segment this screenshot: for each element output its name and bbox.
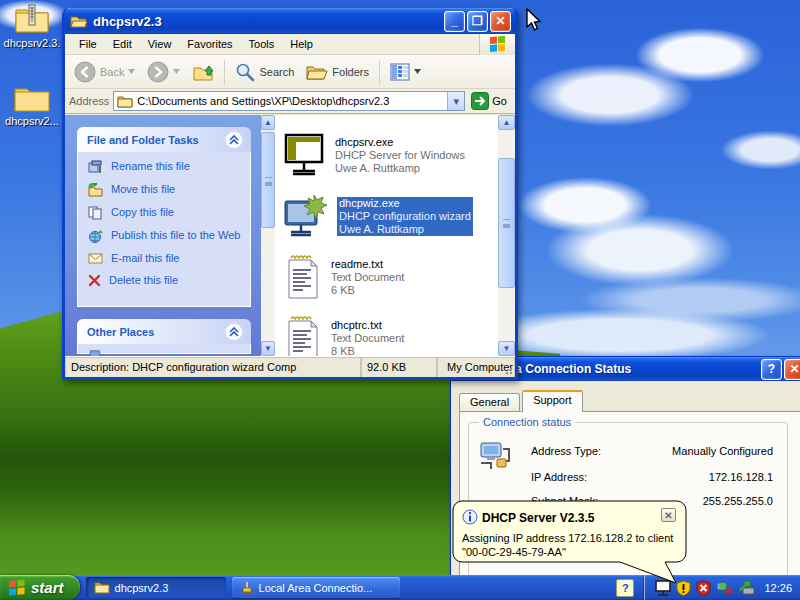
task-label: E-mail this file <box>111 252 179 265</box>
explorer-titlebar[interactable]: dhcpsrv2.3 _ ❐ ✕ <box>65 8 515 34</box>
scrollbar-thumb[interactable] <box>261 132 275 228</box>
views-button[interactable] <box>385 60 426 84</box>
folder-icon <box>94 581 110 594</box>
desktop-icon-zip[interactable]: dhcpsrv2.3. <box>1 3 63 49</box>
task-label: Move this file <box>111 183 175 196</box>
address-bar: Address C:\Documents and Settings\XP\Des… <box>65 89 515 114</box>
chevron-down-icon <box>414 69 421 74</box>
windows-logo-icon <box>479 34 515 55</box>
section-title: Other Places <box>87 326 154 338</box>
search-icon <box>235 62 255 82</box>
back-button[interactable]: Back <box>69 58 140 86</box>
scrollbar-thumb[interactable] <box>498 158 515 288</box>
search-button[interactable]: Search <box>230 59 299 85</box>
open-folder-icon <box>70 14 88 29</box>
menu-file[interactable]: File <box>71 36 105 52</box>
taskbar-button-lan-status[interactable]: Local Area Connectio... <box>232 577 400 598</box>
email-icon <box>88 252 103 264</box>
file-desc: DHCP Server for Windows <box>335 149 465 162</box>
resize-grip[interactable] <box>502 364 514 376</box>
address-combo[interactable]: C:\Documents and Settings\XP\Desktop\dhc… <box>113 91 465 111</box>
task-label: Copy this file <box>111 206 174 219</box>
taskpane-scrollbar[interactable]: ▲ ▼ <box>261 115 275 356</box>
close-button[interactable]: ✕ <box>784 359 800 380</box>
go-button[interactable]: Go <box>469 91 511 111</box>
file-readme-txt[interactable]: readme.txt Text Document 6 KB <box>283 251 498 303</box>
tab-support[interactable]: Support <box>522 390 583 412</box>
section-header[interactable]: Other Places <box>77 319 251 344</box>
up-folder-icon <box>192 62 214 82</box>
filelist-scrollbar[interactable]: ▲ ▼ <box>498 115 515 356</box>
tab-general[interactable]: General <box>459 393 520 412</box>
menu-edit[interactable]: Edit <box>105 36 140 52</box>
window-title: dhcpsrv2.3 <box>93 14 442 29</box>
up-button[interactable] <box>187 59 219 85</box>
search-label: Search <box>259 66 294 78</box>
network-disconnected-icon[interactable] <box>716 580 733 596</box>
task-delete[interactable]: Delete this file <box>88 274 246 287</box>
file-dhcpsrv-exe[interactable]: dhcpsrv.exe DHCP Server for Windows Uwe … <box>283 129 498 181</box>
folders-icon <box>306 63 328 81</box>
scroll-up-icon[interactable]: ▲ <box>498 115 515 130</box>
section-body <box>77 344 251 354</box>
scroll-up-icon[interactable]: ▲ <box>261 115 275 130</box>
balloon-close-icon[interactable]: ✕ <box>661 508 676 522</box>
menu-help[interactable]: Help <box>282 36 321 52</box>
text-document-icon <box>283 254 321 300</box>
collapse-chevron-icon[interactable] <box>225 323 243 341</box>
status-size: 92.0 KB <box>361 357 437 377</box>
toolbar-separator <box>379 60 380 84</box>
menu-favorites[interactable]: Favorites <box>179 36 240 52</box>
windows-flag-icon <box>8 579 26 597</box>
start-button[interactable]: start <box>0 575 80 600</box>
go-icon <box>471 92 489 110</box>
network-connection-icon <box>240 581 254 594</box>
text-document-icon <box>283 315 321 356</box>
forward-button[interactable] <box>142 58 185 86</box>
task-publish[interactable]: Publish this file to the Web <box>88 229 246 243</box>
file-name: dhcpwiz.exe <box>337 197 473 210</box>
file-name: dhcpsrv.exe <box>335 136 465 149</box>
maximize-button[interactable]: ❐ <box>467 11 488 32</box>
task-email[interactable]: E-mail this file <box>88 252 246 265</box>
file-name: readme.txt <box>331 258 404 271</box>
taskbar-button-label: Local Area Connectio... <box>259 582 373 594</box>
safely-remove-hardware-icon[interactable] <box>738 580 755 595</box>
section-header[interactable]: File and Folder Tasks <box>77 127 251 152</box>
file-dhcptrc-txt[interactable]: dhcptrc.txt Text Document 8 KB <box>283 312 498 356</box>
balloon-text-line1: Assigning IP address 172.16.128.2 to cli… <box>462 532 673 544</box>
file-dhcpwiz-exe-selected[interactable]: dhcpwiz.exe DHCP configuration wizard Uw… <box>283 190 498 242</box>
toolbar: Back <box>65 55 515 89</box>
desktop-icon-folder[interactable]: dhcpsrv2... <box>1 83 63 127</box>
dialog-tabs: General Support <box>459 390 585 412</box>
tray-clock: 12:26 <box>764 582 792 594</box>
folders-label: Folders <box>332 66 369 78</box>
scroll-down-icon[interactable]: ▼ <box>261 341 275 356</box>
row-label: Address Type: <box>531 445 601 457</box>
security-error-shield-icon[interactable] <box>696 580 711 596</box>
help-button[interactable]: ? <box>761 359 782 380</box>
minimize-button[interactable]: _ <box>444 11 465 32</box>
scroll-down-icon[interactable]: ▼ <box>498 341 515 356</box>
menu-tools[interactable]: Tools <box>241 36 283 52</box>
taskbar-button-dhcpsrv[interactable]: dhcpsrv2.3 <box>86 577 226 598</box>
dhcp-wizard-app-icon <box>283 193 327 239</box>
explorer-window: dhcpsrv2.3 _ ❐ ✕ File Edit View Favorite… <box>62 8 518 380</box>
zipped-folder-icon <box>14 3 50 35</box>
collapse-chevron-icon[interactable] <box>225 131 243 149</box>
explorer-content: File and Folder Tasks Rename <box>65 115 515 356</box>
address-dropdown-button[interactable]: ▾ <box>447 92 464 110</box>
address-value: C:\Documents and Settings\XP\Desktop\dhc… <box>137 95 443 107</box>
folders-button[interactable]: Folders <box>301 60 374 84</box>
chevron-down-icon <box>128 69 135 74</box>
section-title: File and Folder Tasks <box>87 134 199 146</box>
close-button[interactable]: ✕ <box>490 11 511 32</box>
scrollbar-track[interactable] <box>498 130 515 341</box>
task-move[interactable]: Move this file <box>88 183 246 197</box>
taskbar-button-label: dhcpsrv2.3 <box>115 582 169 594</box>
menu-view[interactable]: View <box>140 36 180 52</box>
address-label: Address <box>69 95 109 107</box>
task-copy[interactable]: Copy this file <box>88 206 246 220</box>
task-rename[interactable]: Rename this file <box>88 160 246 174</box>
scrollbar-track[interactable] <box>261 130 275 341</box>
